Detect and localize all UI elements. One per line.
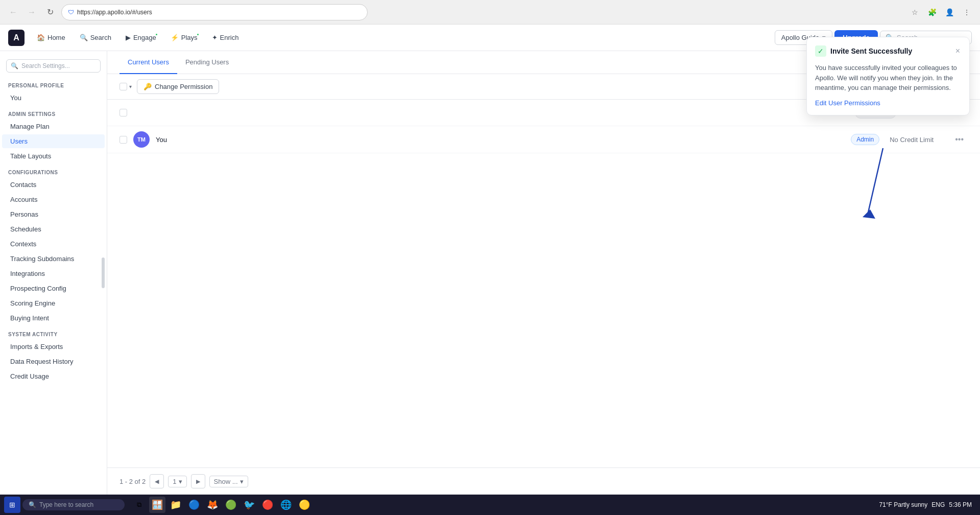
sidebar-tracking-label: Tracking Subdomains: [10, 255, 74, 263]
configurations-title: CONFIGURATIONS: [0, 163, 107, 177]
nav-enrich[interactable]: ✦ Enrich: [206, 31, 245, 44]
nav-plays[interactable]: ⚡ Plays: [164, 31, 204, 44]
sidebar-item-contacts[interactable]: Contacts: [2, 178, 105, 192]
next-page-button[interactable]: ▶: [191, 474, 205, 488]
sidebar: 🔍 Search Settings... PERSONAL PROFILE Yo…: [0, 51, 107, 495]
sidebar-users-label: Users: [10, 137, 28, 145]
sidebar-item-buying-intent[interactable]: Buying Intent: [2, 311, 105, 325]
plays-dot: [196, 33, 200, 36]
row1-checkbox[interactable]: [119, 109, 127, 116]
page-number: 1: [173, 478, 176, 485]
checkbox-dropdown-arrow[interactable]: ▾: [129, 84, 132, 89]
notification-popup: ✓ Invite Sent Successfully × You have su…: [806, 37, 970, 115]
nav-engage[interactable]: ▶ Engage: [119, 31, 162, 44]
row2-actions-button[interactable]: •••: [951, 133, 968, 146]
row2-avatar: TM: [133, 131, 150, 148]
shield-icon: 🛡: [68, 9, 74, 16]
sidebar-contacts-label: Contacts: [10, 181, 36, 189]
browser-right-icons: ☆ 🧩 👤 ⋮: [907, 5, 974, 19]
sidebar-item-prospecting-config[interactable]: Prospecting Config: [2, 282, 105, 295]
menu-button[interactable]: ⋮: [960, 5, 974, 19]
sidebar-scroll-indicator[interactable]: [102, 258, 105, 288]
key-icon: 🔑: [144, 83, 152, 90]
edit-user-permissions-link[interactable]: Edit User Permissions: [815, 99, 880, 107]
sidebar-scoring-label: Scoring Engine: [10, 299, 55, 307]
notif-close-button[interactable]: ×: [954, 45, 961, 57]
personal-profile-title: PERSONAL PROFILE: [0, 77, 107, 90]
sidebar-item-you[interactable]: You: [2, 91, 105, 105]
change-permission-label: Change Permission: [155, 83, 212, 90]
nav-search[interactable]: 🔍 Search: [74, 31, 117, 44]
pagination-info: 1 - 2 of 2: [119, 478, 146, 485]
users-table: Non-admin No Credit Limit TM You Admin N…: [107, 100, 980, 467]
admin-settings-title: ADMIN SETTINGS: [0, 105, 107, 119]
nav-plays-label: Plays: [181, 34, 198, 41]
sidebar-personas-label: Personas: [10, 210, 38, 218]
sidebar-item-schedules[interactable]: Schedules: [2, 222, 105, 236]
nav-enrich-label: Enrich: [220, 34, 239, 41]
row2-role-badge: Admin: [851, 134, 879, 145]
home-icon: 🏠: [37, 34, 45, 41]
bookmark-button[interactable]: ☆: [907, 5, 922, 19]
forward-button[interactable]: →: [25, 5, 39, 19]
show-label: Show ...: [214, 478, 238, 485]
nav-search-label: Search: [90, 34, 111, 41]
change-permission-button[interactable]: 🔑 Change Permission: [137, 79, 219, 94]
sidebar-item-personas[interactable]: Personas: [2, 207, 105, 221]
sidebar-item-integrations[interactable]: Integrations: [2, 267, 105, 280]
sidebar-credit-usage-label: Credit Usage: [10, 372, 49, 380]
sidebar-item-accounts[interactable]: Accounts: [2, 193, 105, 206]
sidebar-search[interactable]: 🔍 Search Settings...: [6, 59, 101, 73]
sidebar-item-tracking-subdomains[interactable]: Tracking Subdomains: [2, 252, 105, 266]
page-select-arrow: ▾: [179, 478, 182, 485]
row2-user-name: You: [156, 136, 167, 144]
back-button[interactable]: ←: [6, 5, 20, 19]
tab-current-users[interactable]: Current Users: [119, 51, 177, 74]
show-select[interactable]: Show ... ▾: [209, 476, 248, 487]
main-area: 🔍 Search Settings... PERSONAL PROFILE Yo…: [0, 51, 980, 495]
tab-pending-users[interactable]: Pending Users: [177, 51, 237, 74]
browser-bar: ← → ↻ 🛡 https://app.apollo.io/#/users ☆ …: [0, 0, 980, 25]
nav-home-label: Home: [47, 34, 65, 41]
sidebar-search-placeholder: Search Settings...: [21, 62, 70, 69]
row2-checkbox[interactable]: [119, 136, 127, 144]
notif-header: ✓ Invite Sent Successfully ×: [815, 45, 961, 57]
sidebar-item-manage-plan[interactable]: Manage Plan: [2, 120, 105, 133]
sidebar-table-layouts-label: Table Layouts: [10, 152, 51, 160]
apollo-logo: A: [8, 30, 25, 46]
sidebar-item-credit-usage[interactable]: Credit Usage: [2, 369, 105, 383]
sidebar-integrations-label: Integrations: [10, 270, 45, 277]
show-select-arrow: ▾: [240, 478, 244, 485]
address-bar[interactable]: 🛡 https://app.apollo.io/#/users: [61, 4, 368, 20]
sidebar-item-table-layouts[interactable]: Table Layouts: [2, 149, 105, 163]
sidebar-item-scoring-engine[interactable]: Scoring Engine: [2, 296, 105, 310]
check-icon: ✓: [815, 45, 826, 57]
system-activity-title: SYSTEM ACTIVITY: [0, 325, 107, 339]
sidebar-schedules-label: Schedules: [10, 225, 41, 233]
url-display: https://app.apollo.io/#/users: [77, 9, 152, 16]
sidebar-you-label: You: [10, 94, 21, 102]
nav-home[interactable]: 🏠 Home: [31, 31, 71, 44]
page-number-select[interactable]: 1 ▾: [168, 476, 186, 487]
refresh-button[interactable]: ↻: [43, 5, 57, 19]
nav-engage-label: Engage: [133, 34, 156, 41]
plays-icon: ⚡: [171, 34, 179, 41]
content-area: Current Users Pending Users ▾ 🔑 Change P…: [107, 51, 980, 495]
notif-body: You have successfully invited your colle…: [815, 63, 961, 93]
sidebar-item-users[interactable]: Users: [2, 134, 105, 148]
notif-title: Invite Sent Successfully: [830, 47, 950, 55]
pagination: 1 - 2 of 2 ◀ 1 ▾ ▶ Show ... ▾: [107, 467, 980, 495]
extensions-button[interactable]: 🧩: [925, 5, 939, 19]
engage-icon: ▶: [126, 34, 131, 41]
sidebar-buying-label: Buying Intent: [10, 314, 49, 322]
sidebar-accounts-label: Accounts: [10, 196, 37, 203]
engage-dot: [155, 33, 158, 36]
profile-button[interactable]: 👤: [942, 5, 957, 19]
sidebar-item-data-request-history[interactable]: Data Request History: [2, 355, 105, 368]
prev-page-button[interactable]: ◀: [150, 474, 164, 488]
sidebar-manage-plan-label: Manage Plan: [10, 123, 50, 130]
sidebar-item-imports-exports[interactable]: Imports & Exports: [2, 340, 105, 354]
sidebar-item-contexts[interactable]: Contexts: [2, 237, 105, 251]
search-nav-icon: 🔍: [80, 34, 88, 41]
select-all-checkbox[interactable]: [119, 83, 127, 90]
